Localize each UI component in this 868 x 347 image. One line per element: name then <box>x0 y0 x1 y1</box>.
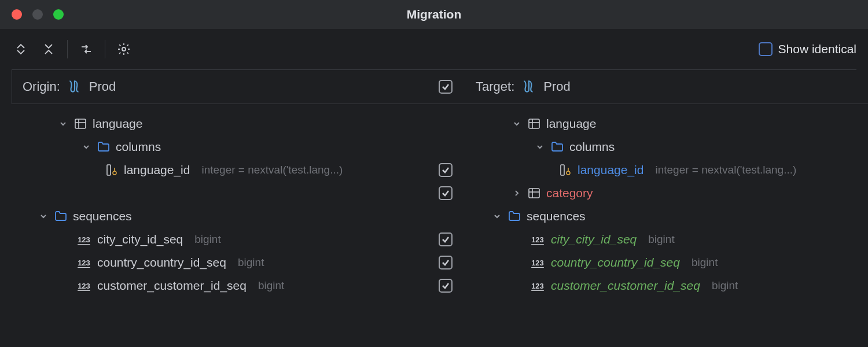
sequence-type: bigint <box>648 233 674 246</box>
tree-label: language <box>546 117 596 131</box>
tree-label: category <box>546 186 593 200</box>
row-checkbox[interactable] <box>439 163 453 177</box>
sequence-type: bigint <box>258 279 284 292</box>
show-identical-toggle[interactable]: Show identical <box>759 42 856 56</box>
folder-icon <box>53 209 68 224</box>
tree-node-sequence[interactable]: 123 customer_customer_id_seq bigint <box>12 274 426 297</box>
target-db-name: Prod <box>543 79 570 94</box>
settings-button[interactable] <box>115 40 133 58</box>
chevron-down-icon <box>512 119 522 129</box>
tree-node-language[interactable]: language <box>465 112 868 135</box>
tree-label: language_id <box>578 163 643 177</box>
tree-label: language_id <box>124 163 190 177</box>
column-type: integer = nextval('test.lang...) <box>201 164 343 176</box>
sequence-icon: 123 <box>529 259 546 267</box>
sequence-icon: 123 <box>529 282 546 290</box>
titlebar: Migration <box>0 0 868 29</box>
svg-rect-13 <box>529 189 539 198</box>
tree-label: columns <box>116 140 161 154</box>
collapse-all-button[interactable] <box>39 40 58 58</box>
row-checkbox-cell <box>426 158 465 182</box>
tree-label: sequences <box>527 209 586 223</box>
postgres-icon <box>521 79 536 94</box>
table-icon <box>527 116 542 131</box>
tree-node-sequence[interactable]: 123 country_country_id_seq bigint <box>12 251 426 274</box>
origin-label: Origin: <box>23 79 60 94</box>
checkbox-column <box>426 104 465 297</box>
window-controls <box>12 9 64 20</box>
toolbar-separator <box>67 40 68 58</box>
select-all-cell <box>426 70 465 104</box>
tree-label: customer_customer_id_seq <box>551 279 700 293</box>
row-checkbox[interactable] <box>439 279 453 293</box>
toolbar-separator <box>105 40 105 58</box>
postgres-icon <box>67 79 82 94</box>
sequence-type: bigint <box>238 256 264 269</box>
sequence-icon: 123 <box>75 259 93 267</box>
tree-node-category[interactable]: category <box>465 182 868 205</box>
tree-label: city_city_id_seq <box>97 232 183 246</box>
tree-label: language <box>93 117 142 131</box>
tree-node-columns[interactable]: columns <box>12 135 426 158</box>
sequence-icon: 123 <box>75 235 93 244</box>
origin-tree: language columns language_id integer = n… <box>12 104 426 297</box>
tree-label: country_country_id_seq <box>551 256 680 270</box>
tree-node-sequence[interactable]: 123 country_country_id_seq bigint <box>465 251 868 274</box>
sequence-type: bigint <box>194 233 220 246</box>
swap-button[interactable] <box>77 40 95 58</box>
tree-node-columns[interactable]: columns <box>465 135 868 158</box>
svg-rect-4 <box>107 165 111 175</box>
chevron-down-icon <box>535 142 545 152</box>
tree-label: sequences <box>73 209 132 223</box>
folder-icon <box>507 209 522 224</box>
minimize-window-button[interactable] <box>32 9 43 20</box>
chevron-down-icon <box>492 211 502 222</box>
tree-node-sequence[interactable]: 123 city_city_id_seq bigint <box>465 228 868 251</box>
column-type: integer = nextval('test.lang...) <box>655 164 796 176</box>
expand-all-button[interactable] <box>12 40 30 58</box>
show-identical-checkbox[interactable] <box>759 42 773 56</box>
sequence-icon: 123 <box>529 235 546 244</box>
folder-icon <box>550 139 565 154</box>
tree-label: columns <box>569 140 615 154</box>
sequence-icon: 123 <box>75 282 93 290</box>
column-key-icon <box>104 163 119 178</box>
show-identical-label: Show identical <box>778 42 856 56</box>
row-checkbox-cell <box>426 274 465 297</box>
tree-node-sequences[interactable]: sequences <box>465 205 868 228</box>
zoom-window-button[interactable] <box>53 9 64 20</box>
tree-node-column[interactable]: language_id integer = nextval('test.lang… <box>465 158 868 182</box>
svg-rect-1 <box>75 119 86 128</box>
folder-icon <box>96 139 111 154</box>
chevron-down-icon <box>81 142 91 152</box>
tree-node-sequence[interactable]: 123 customer_customer_id_seq bigint <box>465 274 868 297</box>
tree-label: country_country_id_seq <box>97 256 226 270</box>
row-checkbox-cell <box>426 251 465 274</box>
close-window-button[interactable] <box>12 9 22 20</box>
sequence-type: bigint <box>692 256 718 269</box>
column-key-icon <box>558 163 573 178</box>
table-icon <box>73 116 88 131</box>
sequence-type: bigint <box>712 279 738 292</box>
row-checkbox[interactable] <box>439 256 453 270</box>
tree-label: customer_customer_id_seq <box>97 279 247 293</box>
target-label: Target: <box>476 79 514 94</box>
toolbar: Show identical <box>0 29 868 69</box>
tree-node-language[interactable]: language <box>12 112 426 135</box>
tree-node-column[interactable]: language_id integer = nextval('test.lang… <box>12 158 426 182</box>
tree-node-sequences[interactable]: sequences <box>12 205 426 228</box>
svg-point-5 <box>113 171 116 175</box>
table-icon <box>527 186 542 201</box>
chevron-right-icon <box>512 188 522 198</box>
tree-node-sequence[interactable]: 123 city_city_id_seq bigint <box>12 228 426 251</box>
svg-rect-10 <box>561 165 564 175</box>
row-checkbox[interactable] <box>439 186 453 200</box>
svg-rect-7 <box>529 119 539 128</box>
select-all-checkbox[interactable] <box>439 80 453 94</box>
row-checkbox[interactable] <box>439 232 453 246</box>
row-checkbox-cell <box>426 182 465 205</box>
target-tree: language columns language_id integer = n… <box>465 104 868 297</box>
tree-label: city_city_id_seq <box>551 232 637 246</box>
svg-point-0 <box>122 47 126 51</box>
tree-spacer <box>12 182 426 205</box>
